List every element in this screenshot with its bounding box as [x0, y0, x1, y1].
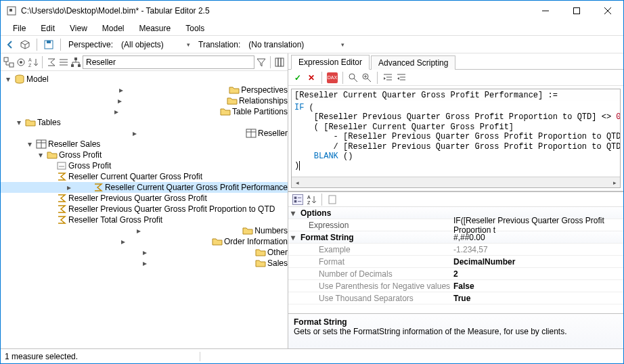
folder-icon	[212, 237, 223, 246]
view-icon[interactable]	[16, 57, 26, 68]
svg-text:A: A	[307, 195, 311, 200]
cube-icon[interactable]	[20, 39, 30, 50]
property-help-text: Gets or sets the FormatString informatio…	[294, 327, 618, 336]
node-table-partitions[interactable]: Table Partitions	[232, 107, 288, 116]
measure-icon	[56, 161, 67, 170]
prop-thousand-name[interactable]: Use Thousand Separators	[288, 294, 451, 303]
find-icon[interactable]	[348, 72, 359, 83]
translation-dropdown[interactable]: (No translation)▾	[246, 39, 347, 50]
prop-thousand-value[interactable]: True	[451, 294, 623, 303]
save-icon[interactable]	[43, 39, 54, 50]
back-icon[interactable]	[5, 39, 16, 50]
maximize-button[interactable]	[561, 1, 592, 21]
perspective-label: Perspective:	[67, 40, 114, 49]
node-reseller-sales[interactable]: Reseller Sales	[48, 139, 100, 149]
prop-format-value[interactable]: DecimalNumber	[451, 257, 623, 267]
minimize-button[interactable]	[530, 1, 561, 21]
prop-paren-name[interactable]: Use Parenthesis for Negative values	[288, 281, 451, 291]
svg-point-38	[349, 74, 355, 79]
expression-editor-pane: ✓ ✕ DAX [Reseller Current Quarter Gross …	[288, 70, 623, 191]
node-perspectives[interactable]: Perspectives	[241, 85, 288, 95]
svg-rect-28	[281, 58, 284, 66]
svg-rect-27	[278, 58, 281, 66]
main-toolbar: Perspective: (All objects)▾ Translation:…	[1, 36, 623, 53]
node-model[interactable]: Model	[26, 74, 49, 84]
property-help: Format String Gets or sets the FormatStr…	[288, 313, 623, 348]
outdent-icon[interactable]	[396, 72, 407, 83]
menu-measure[interactable]: Measure	[133, 22, 178, 35]
goto-icon[interactable]	[361, 72, 372, 83]
right-tabs: Expression Editor Advanced Scripting	[288, 53, 623, 70]
tab-expression-editor[interactable]: Expression Editor	[291, 55, 370, 70]
menu-view[interactable]: View	[63, 22, 94, 35]
node-relationships[interactable]: Relationships	[239, 96, 288, 106]
svg-rect-20	[71, 64, 74, 67]
sigma-icon[interactable]	[46, 57, 57, 68]
property-pane: AZ ▾Options ExpressionIF([Reseller Previ…	[288, 191, 623, 348]
node-sales[interactable]: Sales	[267, 258, 288, 268]
node-numbers[interactable]: Numbers	[254, 226, 288, 235]
editor-toolbar: ✓ ✕ DAX	[288, 70, 623, 86]
sort-az-icon[interactable]: AZ	[28, 57, 39, 68]
prop-expression-value[interactable]: IF([Reseller Previous Quarter Gross Prof…	[451, 216, 623, 235]
app-icon	[6, 5, 17, 16]
expression-body[interactable]: IF ( [Reseller Previous Quarter Gross Pr…	[292, 101, 620, 177]
menu-tools[interactable]: Tools	[179, 22, 211, 35]
tab-advanced-scripting[interactable]: Advanced Scripting	[371, 55, 455, 70]
categorized-icon[interactable]	[292, 194, 303, 205]
perspective-dropdown[interactable]: (All objects)▾	[118, 39, 193, 50]
prop-expression-name[interactable]: Expression	[288, 221, 451, 230]
node-m4[interactable]: Reseller Previous Quarter Gross Profit P…	[68, 204, 275, 214]
alphabetical-icon[interactable]: AZ	[306, 194, 317, 205]
sigma-icon	[56, 215, 67, 225]
node-gross-profit-folder[interactable]: Gross Profit	[59, 150, 102, 160]
model-tree[interactable]: Model Perspectives Relationships Table P…	[1, 71, 288, 348]
node-other[interactable]: Other	[267, 248, 288, 257]
search-input[interactable]	[83, 55, 254, 69]
accept-icon[interactable]: ✓	[292, 72, 303, 83]
database-icon	[14, 74, 25, 84]
tree-icon[interactable]	[3, 57, 14, 68]
hierarchy-icon[interactable]	[70, 57, 81, 68]
svg-rect-8	[4, 58, 8, 62]
menu-file[interactable]: File	[6, 22, 32, 35]
sigma-icon	[93, 183, 104, 192]
prop-decimals-value[interactable]: 2	[451, 269, 623, 279]
node-m2[interactable]: Reseller Current Quarter Gross Profit Pe…	[105, 183, 288, 192]
cancel-icon[interactable]: ✕	[306, 72, 317, 83]
table-icon	[246, 129, 257, 138]
list-icon[interactable]	[58, 57, 69, 68]
menu-model[interactable]: Model	[95, 22, 131, 35]
node-tables[interactable]: Tables	[37, 118, 61, 127]
prop-paren-value[interactable]: False	[451, 281, 623, 291]
svg-rect-7	[47, 41, 51, 43]
node-order-info[interactable]: Order Information	[224, 237, 288, 246]
indent-icon[interactable]	[382, 72, 393, 83]
folder-icon	[255, 258, 266, 268]
svg-rect-48	[294, 196, 297, 199]
columns-icon[interactable]	[274, 57, 285, 68]
svg-rect-36	[58, 162, 66, 169]
prop-decimals-name[interactable]: Number of Decimals	[288, 269, 451, 279]
node-m1[interactable]: Reseller Current Quarter Gross Profit	[68, 172, 202, 181]
property-pages-icon[interactable]	[327, 194, 338, 205]
svg-rect-49	[294, 200, 297, 202]
node-gross-profit-measure[interactable]: Gross Profit	[68, 161, 111, 170]
menu-edit[interactable]: Edit	[34, 22, 62, 35]
node-m3[interactable]: Reseller Previous Quarter Gross Profit	[68, 194, 207, 203]
svg-point-13	[20, 61, 22, 64]
property-toolbar: AZ	[288, 192, 623, 207]
node-reseller[interactable]: Reseller	[258, 129, 288, 138]
property-grid[interactable]: ▾Options ExpressionIF([Reseller Previous…	[288, 207, 623, 313]
svg-rect-21	[78, 64, 81, 67]
right-pane: Expression Editor Advanced Scripting ✓ ✕…	[288, 53, 623, 348]
prop-format-name[interactable]: Format	[288, 257, 451, 267]
expression-header: [Reseller Current Quarter Gross Profit P…	[292, 89, 620, 101]
node-m5[interactable]: Reseller Total Gross Profit	[68, 215, 162, 225]
dax-formatter-icon[interactable]: DAX	[327, 72, 338, 83]
close-button[interactable]	[592, 1, 623, 21]
prop-format-string-value[interactable]: #,##0.00	[451, 233, 623, 242]
editor-hscroll[interactable]: ◂▸	[292, 177, 620, 187]
folder-icon	[229, 85, 240, 95]
filter-icon[interactable]	[256, 57, 267, 68]
